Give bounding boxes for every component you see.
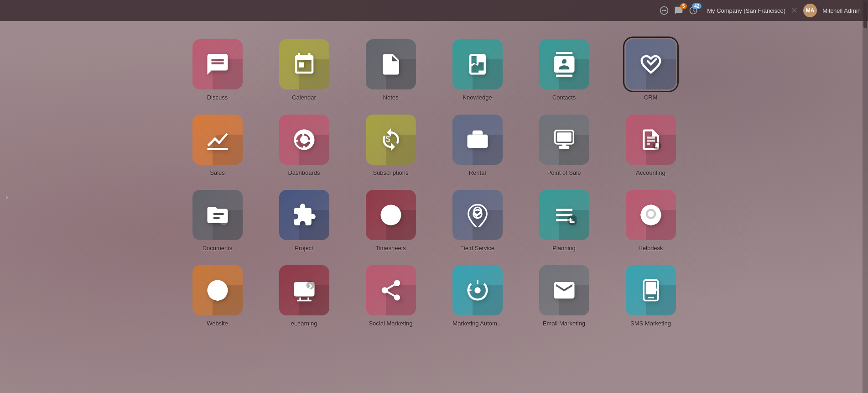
main-content: DiscussCalendarNotesKnowledgeContactsCRM… [0,21,868,393]
app-label-timesheets: Timesheets [375,245,406,252]
app-label-discuss: Discuss [207,94,228,101]
app-icon-contacts [539,39,589,89]
app-label-elearning: eLearning [291,320,317,327]
app-icon-sales [192,115,243,165]
app-label-notes: Notes [383,94,399,101]
app-item-knowledge[interactable]: Knowledge [443,39,512,101]
app-item-sms-marketing[interactable]: SMSSMS Marketing [617,265,685,327]
app-label-planning: Planning [552,245,576,252]
app-icon-crm [626,39,676,89]
app-item-documents[interactable]: Documents [183,190,252,252]
app-icon-accounting [626,115,676,165]
app-label-knowledge: Knowledge [463,94,492,101]
app-item-planning[interactable]: Planning [530,190,598,252]
svg-point-1 [662,10,663,11]
app-icon-helpdesk [626,190,676,240]
app-icon-planning [539,190,589,240]
app-label-dashboards: Dashboards [288,169,320,176]
app-item-sales[interactable]: Sales [183,115,252,176]
app-label-marketing-automation: Marketing Autom... [452,320,502,327]
app-item-subscriptions[interactable]: $Subscriptions [357,115,425,176]
app-item-contacts[interactable]: Contacts [530,39,598,101]
app-icon-field-service [452,190,503,240]
app-icon-project [279,190,329,240]
app-icon-sms-marketing: SMS [626,265,676,315]
svg-rect-12 [562,144,566,147]
app-item-rental[interactable]: Rental [443,115,512,176]
app-icon-notes [366,39,416,89]
app-icon-point-of-sale [539,115,589,165]
app-label-social-marketing: Social Marketing [369,320,412,327]
app-label-email-marketing: Email Marketing [543,320,585,327]
navbar: 5 42 My Company (San Francisco) ✕ MA Mit… [0,0,868,21]
app-icon-discuss [192,39,243,89]
messages-icon[interactable]: 5 [674,6,683,15]
app-label-accounting: Accounting [636,169,665,176]
app-item-elearning[interactable]: eLearning [270,265,338,327]
svg-text:$: $ [385,135,390,144]
app-icon-email-marketing [539,265,589,315]
app-icon-documents [192,190,243,240]
app-label-sms-marketing: SMS Marketing [630,320,671,327]
app-item-marketing-automation[interactable]: Marketing Autom... [443,265,512,327]
company-name[interactable]: My Company (San Francisco) [707,7,785,14]
app-icon-dashboards [279,115,329,165]
app-label-field-service: Field Service [460,245,494,252]
app-item-accounting[interactable]: Accounting [617,115,685,176]
avatar[interactable]: MA [803,4,817,17]
app-item-social-marketing[interactable]: Social Marketing [357,265,425,327]
app-label-website: Website [207,320,228,327]
app-icon-rental [452,115,503,165]
app-label-contacts: Contacts [552,94,576,101]
nav-separator: ✕ [791,5,798,16]
app-label-crm: CRM [644,94,658,101]
activities-icon[interactable]: 42 [689,6,698,15]
svg-rect-10 [557,132,572,141]
messages-badge: 5 [680,3,687,9]
app-item-calendar[interactable]: Calendar [270,39,338,101]
app-item-timesheets[interactable]: Timesheets [357,190,425,252]
app-label-project: Project [295,245,313,252]
app-item-point-of-sale[interactable]: Point of Sale [530,115,598,176]
app-icon-subscriptions: $ [366,115,416,165]
svg-point-2 [664,10,665,11]
app-icon-website [192,265,243,315]
app-item-notes[interactable]: Notes [357,39,425,101]
app-icon-knowledge [452,39,503,89]
app-label-documents: Documents [203,245,233,252]
activities-badge: 42 [692,3,702,9]
app-label-calendar: Calendar [292,94,316,101]
svg-point-4 [301,137,307,142]
app-item-discuss[interactable]: Discuss [183,39,252,101]
app-item-email-marketing[interactable]: Email Marketing [530,265,598,327]
app-grid: DiscussCalendarNotesKnowledgeContactsCRM… [183,39,685,327]
app-label-subscriptions: Subscriptions [373,169,408,176]
svg-point-23 [474,287,481,293]
app-icon-timesheets [366,190,416,240]
svg-point-18 [567,215,576,225]
app-label-sales: Sales [210,169,225,176]
username[interactable]: Mitchell Admin [822,7,861,14]
app-item-field-service[interactable]: Field Service [443,190,512,252]
app-label-point-of-sale: Point of Sale [547,169,581,176]
app-icon-elearning [279,265,329,315]
svg-point-3 [665,10,666,11]
app-icon-marketing-automation [452,265,503,315]
sidebar-toggle[interactable]: › [5,192,8,201]
app-item-project[interactable]: Project [270,190,338,252]
app-item-website[interactable]: Website [183,265,252,327]
svg-text:SMS: SMS [646,287,657,292]
app-icon-calendar [279,39,329,89]
app-label-helpdesk: Helpdesk [638,245,663,252]
app-item-crm[interactable]: CRM [617,39,685,101]
app-item-helpdesk[interactable]: Helpdesk [617,190,685,252]
app-label-rental: Rental [469,169,486,176]
odoo-icon[interactable] [660,6,669,15]
app-item-dashboards[interactable]: Dashboards [270,115,338,176]
app-icon-social-marketing [366,265,416,315]
